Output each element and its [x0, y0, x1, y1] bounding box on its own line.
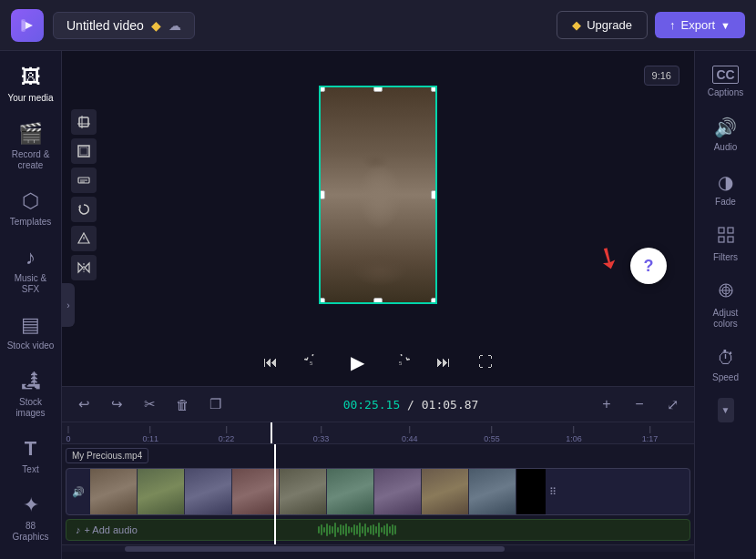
ruler-tick	[574, 426, 575, 433]
duplicate-button[interactable]: ❐	[202, 391, 228, 417]
right-sidebar-item-captions[interactable]: CC Captions	[699, 58, 753, 106]
handle-bottom-right[interactable]	[431, 298, 437, 304]
add-audio-button[interactable]: ♪ + Add audio	[76, 524, 138, 535]
sidebar-item-label-stock-video: Stock video	[7, 340, 55, 351]
sidebar-item-record-create[interactable]: 🎬 Record & create	[4, 115, 58, 178]
crop-tool-button[interactable]	[71, 109, 97, 135]
time-separator: /	[407, 398, 422, 412]
transform-tool-button[interactable]	[71, 138, 97, 164]
svg-rect-17	[719, 237, 724, 242]
text-icon: T	[25, 437, 36, 461]
timeline-scrollbar[interactable]	[62, 544, 694, 552]
zoom-out-button[interactable]: −	[627, 391, 652, 417]
sidebar-item-music-sfx[interactable]: ♪ Music & SFX	[4, 239, 58, 302]
handle-bottom-mid[interactable]	[373, 298, 383, 304]
add-audio-label: + Add audio	[85, 524, 138, 535]
cat-image	[321, 87, 435, 302]
wave-bar	[348, 526, 350, 534]
ruler-tick	[150, 426, 151, 433]
help-button[interactable]: ?	[630, 248, 667, 284]
video-frame-image	[321, 87, 435, 302]
sidebar-item-stock-images[interactable]: 🏞 Stock images	[4, 362, 58, 426]
flip-tool-button[interactable]	[71, 255, 97, 280]
skip-forward-button[interactable]: ⏭	[430, 349, 457, 376]
wave-bar	[373, 524, 374, 535]
timeline-tracks: My Precious.mp4 🔊	[62, 444, 694, 544]
track-volume-button[interactable]: 🔊	[66, 469, 90, 514]
video-preview-container	[319, 86, 437, 304]
timeline-toolbar: ↩ ↪ ✂ 🗑 ❐ 00:25.15 / 01:05.87 + − ⤢	[62, 386, 694, 422]
redo-button[interactable]: ↪	[104, 391, 129, 417]
undo-button[interactable]: ↩	[71, 391, 97, 417]
sidebar-item-text[interactable]: T Text	[4, 430, 58, 483]
ruler-tick	[649, 426, 650, 433]
topbar-left: Untitled video ◆ ☁	[11, 9, 195, 42]
sidebar-item-your-media[interactable]: 🖼 Your media	[4, 58, 58, 111]
ruler-label: 0:55	[484, 434, 500, 443]
skip-backward-button[interactable]: ⏮	[257, 349, 284, 376]
ruler-mark-44s: 0:44	[402, 426, 418, 443]
expand-timeline-button[interactable]: ⤢	[659, 391, 685, 417]
adjust-colors-icon	[717, 281, 735, 304]
wave-bar	[392, 524, 393, 535]
add-audio-icon: ♪	[76, 524, 81, 535]
audio-waveform	[316, 520, 690, 540]
handle-mid-left[interactable]	[319, 190, 325, 199]
timeline-playhead[interactable]	[271, 422, 272, 443]
video-track-content	[90, 469, 546, 514]
wave-bar	[342, 525, 344, 534]
sidebar-expand-tab[interactable]: ›	[62, 283, 75, 327]
delete-button[interactable]: 🗑	[169, 391, 195, 417]
wave-bar	[383, 525, 385, 534]
rotate-tool-button[interactable]	[71, 197, 97, 222]
ruler-mark-0: 0	[66, 426, 70, 443]
right-sidebar-label-adjust-colors: Adjust colors	[702, 308, 750, 330]
right-sidebar-item-speed[interactable]: ⏱ Speed	[699, 340, 753, 391]
ruler-mark-11s: 0:11	[142, 426, 158, 443]
right-sidebar-label-filters: Filters	[713, 252, 738, 263]
export-button[interactable]: ↑ Export ▼	[655, 12, 745, 38]
zoom-in-button[interactable]: +	[594, 391, 619, 417]
music-sfx-icon: ♪	[26, 246, 36, 269]
handle-top-left[interactable]	[319, 86, 325, 92]
handle-mid-right[interactable]	[431, 190, 437, 199]
thumb-frame-8	[422, 469, 469, 514]
sidebar-item-stock-video[interactable]: ▤ Stock video	[4, 306, 58, 359]
svg-rect-18	[728, 237, 733, 242]
wave-bar	[323, 527, 325, 533]
wave-bar	[381, 527, 383, 533]
track-end-button[interactable]: ⠿	[546, 469, 560, 514]
upgrade-button[interactable]: ◆ Upgrade	[557, 11, 648, 39]
handle-bottom-left[interactable]	[319, 298, 325, 304]
app-logo	[11, 9, 44, 42]
right-sidebar-label-speed: Speed	[712, 372, 739, 383]
wave-bar	[321, 524, 322, 535]
handle-top-mid[interactable]	[373, 86, 383, 92]
right-sidebar-expand-button[interactable]: ▼	[718, 398, 734, 422]
play-button[interactable]: ▶	[341, 346, 373, 379]
forward5-button[interactable]: 5	[388, 349, 415, 376]
back5-button[interactable]: 5	[299, 349, 326, 376]
ruler-mark-22s: 0:22	[219, 426, 235, 443]
playback-controls: ⏮ 5 ▶ 5 ⏭ ⛶	[62, 339, 694, 386]
subtitle-tool-button[interactable]	[71, 168, 97, 193]
right-sidebar-item-filters[interactable]: Filters	[699, 219, 753, 270]
timeline-ruler: 0 0:11 0:22 0:33	[62, 422, 694, 444]
sidebar-item-label-your-media: Your media	[7, 93, 53, 104]
sidebar-item-graphics[interactable]: ✦ 88 Graphics	[4, 486, 58, 550]
adjust-tool-button[interactable]	[71, 226, 97, 251]
right-sidebar-item-fade[interactable]: ◑ Fade	[699, 164, 753, 215]
handle-top-right[interactable]	[431, 86, 437, 92]
fullscreen-button[interactable]: ⛶	[472, 349, 499, 376]
wave-bar	[332, 526, 333, 534]
right-sidebar-item-audio[interactable]: 🔊 Audio	[699, 109, 753, 160]
wave-bar	[353, 524, 355, 535]
sidebar-item-templates[interactable]: ⬡ Templates	[4, 182, 58, 235]
ruler-tick	[491, 426, 492, 433]
wave-bar	[359, 523, 361, 537]
export-label: Export	[681, 18, 716, 32]
right-sidebar-item-adjust-colors[interactable]: Adjust colors	[699, 274, 753, 337]
title-button[interactable]: Untitled video ◆ ☁	[53, 12, 195, 39]
scrollbar-thumb[interactable]	[125, 546, 504, 552]
cut-button[interactable]: ✂	[137, 391, 162, 417]
